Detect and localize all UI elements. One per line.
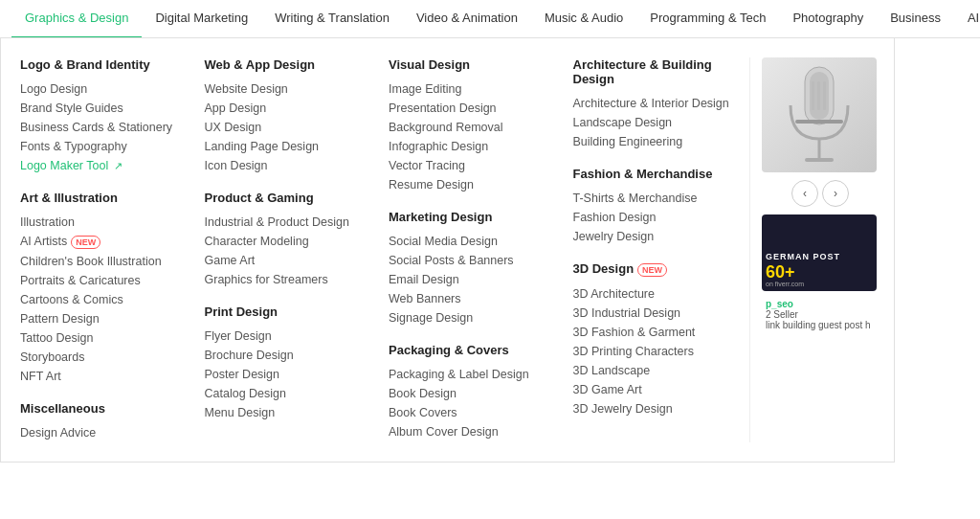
nav-item-ai-services[interactable]: AI Services <box>954 0 980 38</box>
menu-link-0-0-1[interactable]: Brand Style Guides <box>20 99 182 118</box>
svg-rect-6 <box>817 81 820 110</box>
menu-link-3-0-2[interactable]: Building Engineering <box>573 132 735 151</box>
menu-link-2-0-1[interactable]: Presentation Design <box>389 99 550 118</box>
section-title-3-0: Architecture & Building Design <box>573 57 735 86</box>
nav-item-programming-tech[interactable]: Programming & Tech <box>636 0 779 38</box>
menu-link-2-0-4[interactable]: Vector Tracing <box>389 156 550 175</box>
menu-link-2-2-1[interactable]: Book Design <box>389 384 550 403</box>
menu-link-1-1-1[interactable]: Character Modeling <box>205 232 367 251</box>
nav-item-business[interactable]: Business <box>877 0 954 38</box>
menu-link-0-0-2[interactable]: Business Cards & Stationery <box>20 118 182 137</box>
menu-link-2-0-0[interactable]: Image Editing <box>389 79 550 99</box>
section-title-2-1: Marketing Design <box>389 210 550 224</box>
nav-item-writing-translation[interactable]: Writing & Translation <box>261 0 403 38</box>
svg-rect-4 <box>805 158 834 162</box>
mega-menu-dropdown: Logo & Brand IdentityLogo DesignBrand St… <box>0 38 895 463</box>
menu-link-0-2-0[interactable]: Design Advice <box>20 423 182 442</box>
nav-item-photography[interactable]: Photography <box>779 0 877 38</box>
section-title-1-1: Product & Gaming <box>205 191 367 205</box>
svg-rect-5 <box>812 81 814 110</box>
menu-link-2-2-3[interactable]: Album Cover Design <box>389 422 550 441</box>
menu-link-0-0-3[interactable]: Fonts & Typography <box>20 137 182 156</box>
menu-link-1-2-4[interactable]: Menu Design <box>205 403 367 422</box>
section-title-2-2: Packaging & Covers <box>389 343 550 357</box>
menu-link-0-1-6[interactable]: Tattoo Design <box>20 328 182 348</box>
section-title-3-1: Fashion & Merchandise <box>573 167 735 181</box>
nav-item-digital-marketing[interactable]: Digital Marketing <box>142 0 261 38</box>
nav-item-graphics-design[interactable]: Graphics & Design <box>11 0 142 38</box>
menu-link-1-2-3[interactable]: Catalog Design <box>205 384 367 403</box>
menu-link-2-1-1[interactable]: Social Posts & Banners <box>389 251 550 270</box>
nav-item-video-animation[interactable]: Video & Animation <box>403 0 531 38</box>
external-link-icon: ↗ <box>114 160 122 172</box>
vertical-divider <box>749 57 750 442</box>
menu-col-1: Logo & Brand IdentityLogo DesignBrand St… <box>16 57 193 442</box>
menu-link-1-2-0[interactable]: Flyer Design <box>205 327 367 346</box>
menu-link-2-1-4[interactable]: Signage Design <box>389 308 550 327</box>
menu-link-3-2-4[interactable]: 3D Landscape <box>573 361 735 380</box>
section-title-0-0: Logo & Brand Identity <box>20 57 182 72</box>
menu-link-1-0-1[interactable]: App Design <box>205 99 367 118</box>
menu-link-0-1-8[interactable]: NFT Art <box>20 367 182 386</box>
prev-arrow[interactable]: ‹ <box>791 180 818 207</box>
menu-col-4: Architecture & Building DesignArchitectu… <box>562 57 746 442</box>
menu-link-0-1-2[interactable]: Children's Book Illustration <box>20 252 182 271</box>
menu-link-1-2-2[interactable]: Poster Design <box>205 365 367 384</box>
menu-link-2-0-5[interactable]: Resume Design <box>389 175 550 194</box>
menu-link-3-2-5[interactable]: 3D Game Art <box>573 380 735 399</box>
section-title-0-1: Art & Illustration <box>20 191 182 205</box>
seller-promo-text: link building guest post h <box>766 320 879 330</box>
menu-link-3-0-1[interactable]: Landscape Design <box>573 113 735 132</box>
seller-level: 2 Seller <box>766 309 879 320</box>
menu-link-2-0-2[interactable]: Background Removal <box>389 118 550 137</box>
section-title-1-0: Web & App Design <box>205 57 367 72</box>
menu-link-0-1-3[interactable]: Portraits & Caricatures <box>20 271 182 290</box>
menu-link-1-1-0[interactable]: Industrial & Product Design <box>205 213 367 232</box>
svg-rect-7 <box>823 81 826 110</box>
menu-link-0-0-4[interactable]: Logo Maker Tool↗ <box>20 156 182 175</box>
menu-link-3-1-2[interactable]: Jewelry Design <box>573 227 735 246</box>
promo-card-number: 60+ <box>766 263 873 281</box>
top-navigation: Graphics & Design Digital Marketing Writ… <box>0 0 980 38</box>
menu-link-3-2-2[interactable]: 3D Fashion & Garment <box>573 323 735 342</box>
menu-link-3-0-0[interactable]: Architecture & Interior Design <box>573 94 735 113</box>
menu-link-2-1-2[interactable]: Email Design <box>389 270 550 289</box>
menu-link-0-1-4[interactable]: Cartoons & Comics <box>20 290 182 309</box>
microphone-svg <box>776 62 862 168</box>
menu-link-3-2-0[interactable]: 3D Architecture <box>573 284 735 304</box>
menu-link-3-1-0[interactable]: T-Shirts & Merchandise <box>573 189 735 208</box>
menu-link-2-2-0[interactable]: Packaging & Label Design <box>389 365 550 384</box>
menu-col-3: Visual DesignImage EditingPresentation D… <box>377 57 562 442</box>
svg-rect-2 <box>795 120 843 124</box>
menu-link-0-1-5[interactable]: Pattern Design <box>20 309 182 328</box>
carousel-arrows: ‹ › <box>762 180 879 207</box>
menu-link-1-2-1[interactable]: Brochure Design <box>205 346 367 365</box>
menu-link-2-2-2[interactable]: Book Covers <box>389 403 550 422</box>
nav-item-music-audio[interactable]: Music & Audio <box>531 0 636 38</box>
menu-link-1-1-2[interactable]: Game Art <box>205 251 367 270</box>
menu-link-2-1-0[interactable]: Social Media Design <box>389 232 550 251</box>
menu-link-3-2-6[interactable]: 3D Jewelry Design <box>573 399 735 418</box>
menu-link-3-1-1[interactable]: Fashion Design <box>573 208 735 227</box>
promo-ad-card[interactable]: GERMAN POST 60+ on fiverr.com <box>762 214 877 291</box>
menu-link-2-1-3[interactable]: Web Banners <box>389 289 550 308</box>
menu-link-0-0-0[interactable]: Logo Design <box>20 79 182 99</box>
seller-info-block: p_seo 2 Seller link building guest post … <box>762 299 879 330</box>
section-title-2-0: Visual Design <box>389 57 550 72</box>
next-arrow[interactable]: › <box>822 180 849 207</box>
promo-card-sub: on fiverr.com <box>766 281 873 287</box>
menu-link-0-1-1[interactable]: AI ArtistsNEW <box>20 232 182 252</box>
menu-link-1-0-0[interactable]: Website Design <box>205 79 367 99</box>
menu-link-1-0-3[interactable]: Landing Page Design <box>205 137 367 156</box>
section-title-3-2: 3D DesignNEW <box>573 261 735 277</box>
menu-link-1-0-2[interactable]: UX Design <box>205 118 367 137</box>
seller-handle[interactable]: p_seo <box>766 299 879 309</box>
menu-link-3-2-1[interactable]: 3D Industrial Design <box>573 304 735 323</box>
menu-link-1-1-3[interactable]: Graphics for Streamers <box>205 270 367 289</box>
menu-link-0-1-0[interactable]: Illustration <box>20 213 182 232</box>
menu-link-1-0-4[interactable]: Icon Design <box>205 156 367 175</box>
menu-link-2-0-3[interactable]: Infographic Design <box>389 137 550 156</box>
menu-link-0-1-7[interactable]: Storyboards <box>20 348 182 367</box>
promo-mic-image <box>762 57 877 172</box>
menu-link-3-2-3[interactable]: 3D Printing Characters <box>573 342 735 361</box>
